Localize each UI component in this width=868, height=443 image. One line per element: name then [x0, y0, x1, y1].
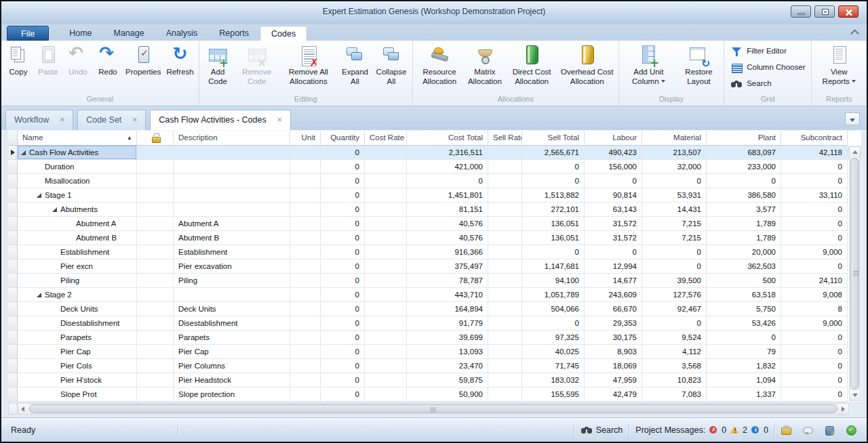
unit-cell[interactable]: [290, 231, 321, 245]
vertical-scroll-thumb[interactable]: [850, 158, 859, 389]
description-cell[interactable]: Parapets: [174, 331, 290, 345]
paste-button[interactable]: Paste: [33, 41, 63, 94]
subcontract-cell[interactable]: 9,000: [781, 316, 848, 331]
subcontract-cell[interactable]: 33,110: [781, 188, 848, 203]
connection-ok-button[interactable]: [846, 425, 856, 435]
lock-cell[interactable]: [137, 259, 174, 274]
undo-button[interactable]: Undo: [63, 41, 93, 94]
unit-cell[interactable]: [290, 160, 321, 174]
name-cell[interactable]: Stage 2: [18, 288, 137, 302]
row-indicator-cell[interactable]: [8, 274, 18, 288]
cost-rate-cell[interactable]: [365, 259, 407, 274]
sell-rate-cell[interactable]: [488, 174, 522, 188]
lock-cell[interactable]: [137, 174, 174, 188]
horizontal-scrollbar[interactable]: [8, 403, 861, 415]
sell-total-cell[interactable]: 272,101: [522, 203, 585, 217]
sell-total-cell[interactable]: 1,513,882: [522, 188, 585, 203]
plant-cell[interactable]: 0: [707, 331, 781, 345]
description-cell[interactable]: Deck Units: [174, 302, 290, 316]
lock-cell[interactable]: [137, 316, 174, 331]
column-header-sell_rate[interactable]: Sell Rate: [488, 131, 522, 146]
plant-cell[interactable]: 386,580: [707, 188, 781, 203]
name-cell[interactable]: Pier H'stock: [18, 373, 137, 387]
cost-total-cell[interactable]: 13,093: [407, 345, 488, 359]
unit-cell[interactable]: [290, 188, 321, 203]
unit-cell[interactable]: [290, 316, 321, 331]
subcontract-cell[interactable]: 0: [781, 331, 848, 345]
labour-cell[interactable]: 47,959: [585, 373, 642, 387]
plant-cell[interactable]: 20,000: [707, 245, 781, 259]
unit-cell[interactable]: [290, 331, 321, 345]
unit-cell[interactable]: [290, 274, 321, 288]
plant-cell[interactable]: 3,577: [707, 203, 781, 217]
labour-cell[interactable]: 8,903: [585, 345, 642, 359]
row-indicator-cell[interactable]: [8, 345, 18, 359]
material-cell[interactable]: 0: [642, 316, 707, 331]
description-cell[interactable]: Pier excavation: [174, 259, 290, 274]
quantity-cell[interactable]: 0: [321, 274, 365, 288]
column-header-plant[interactable]: Plant: [707, 131, 781, 146]
row-indicator-cell[interactable]: [8, 174, 18, 188]
cost-total-cell[interactable]: 50,900: [407, 387, 488, 402]
description-cell[interactable]: Disestablishment: [174, 316, 290, 331]
labour-cell[interactable]: 66,670: [585, 302, 642, 316]
sell-rate-cell[interactable]: [488, 373, 522, 387]
cost-total-cell[interactable]: 59,875: [407, 373, 488, 387]
sell-total-cell[interactable]: 504,066: [522, 302, 585, 316]
quantity-cell[interactable]: 0: [321, 146, 365, 160]
tree-expander-icon[interactable]: [21, 150, 26, 155]
status-search-button[interactable]: Search: [580, 425, 623, 436]
material-cell[interactable]: 92,467: [642, 302, 707, 316]
scroll-up-button[interactable]: [850, 147, 860, 157]
sell-rate-cell[interactable]: [488, 217, 522, 231]
material-cell[interactable]: 127,576: [642, 288, 707, 302]
sell-total-cell[interactable]: 0: [522, 160, 585, 174]
quantity-cell[interactable]: 0: [321, 203, 365, 217]
cost-total-cell[interactable]: 39,699: [407, 331, 488, 345]
cost-rate-cell[interactable]: [365, 188, 407, 203]
cost-total-cell[interactable]: 23,470: [407, 359, 488, 373]
quantity-cell[interactable]: 0: [321, 359, 365, 373]
unit-cell[interactable]: [290, 203, 321, 217]
cost-total-cell[interactable]: 78,787: [407, 274, 488, 288]
lock-cell[interactable]: [137, 387, 174, 402]
labour-cell[interactable]: 31,572: [585, 217, 642, 231]
description-cell[interactable]: Abutment B: [174, 231, 290, 245]
view-reports-button[interactable]: View Reports: [814, 41, 864, 94]
labour-cell[interactable]: 31,572: [585, 231, 642, 245]
column-header-sell_total[interactable]: Sell Total: [522, 131, 585, 146]
cost-total-cell[interactable]: 81,151: [407, 203, 488, 217]
name-cell[interactable]: Pier Cols: [18, 359, 137, 373]
close-tab-icon[interactable]: [60, 110, 64, 129]
sell-rate-cell[interactable]: [488, 387, 522, 402]
row-indicator-cell[interactable]: [8, 203, 18, 217]
matrix-allocation-button[interactable]: Matrix Allocation: [464, 41, 505, 94]
name-cell[interactable]: Piling: [18, 274, 137, 288]
cost-total-cell[interactable]: 421,000: [407, 160, 488, 174]
ribbon-tab-analysis[interactable]: Analysis: [155, 26, 209, 41]
subcontract-cell[interactable]: 0: [781, 203, 848, 217]
cost-total-cell[interactable]: 40,576: [407, 217, 488, 231]
sell-rate-cell[interactable]: [488, 259, 522, 274]
add-unit-column-button[interactable]: Add Unit Column: [621, 41, 676, 94]
plant-cell[interactable]: 0: [707, 174, 781, 188]
description-cell[interactable]: [174, 146, 290, 160]
row-indicator-cell[interactable]: [8, 387, 18, 402]
ribbon-tab-codes[interactable]: Codes: [260, 26, 307, 41]
sell-rate-cell[interactable]: [488, 245, 522, 259]
quantity-cell[interactable]: 0: [321, 302, 365, 316]
lock-cell[interactable]: [137, 160, 174, 174]
cost-rate-cell[interactable]: [365, 345, 407, 359]
database-status-button[interactable]: [825, 425, 834, 435]
cost-rate-cell[interactable]: [365, 217, 407, 231]
cost-rate-cell[interactable]: [365, 373, 407, 387]
column-header-subcontract[interactable]: Subcontract: [781, 131, 848, 146]
sell-total-cell[interactable]: 1,051,789: [522, 288, 585, 302]
subcontract-cell[interactable]: 0: [781, 231, 848, 245]
quantity-cell[interactable]: 0: [321, 217, 365, 231]
name-cell[interactable]: Disestablishment: [18, 316, 137, 331]
subcontract-cell[interactable]: 9,008: [781, 288, 848, 302]
plant-cell[interactable]: 362,503: [707, 259, 781, 274]
row-indicator-cell[interactable]: [8, 373, 18, 387]
material-cell[interactable]: 213,507: [642, 146, 707, 160]
